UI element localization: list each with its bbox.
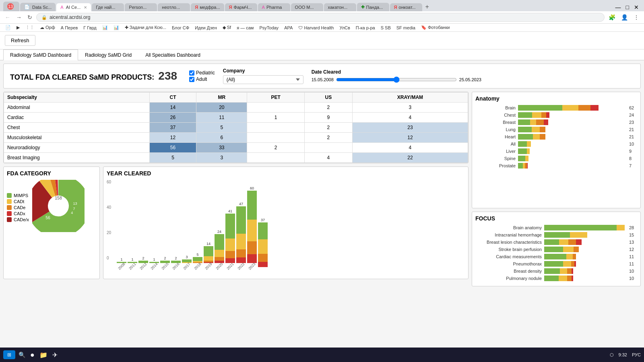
user-button[interactable]: 👤 (619, 13, 630, 21)
tab-close-icon[interactable]: ✕ (84, 5, 87, 10)
focus-bar-value: 15 (629, 232, 637, 237)
anatomy-bar-label: Spine (475, 156, 516, 161)
browser-tab-1[interactable]: 13 (3, 2, 19, 11)
forward-button[interactable]: → (14, 13, 23, 21)
bar-orange (541, 112, 546, 118)
bookmark-chart2[interactable]: 📊 (111, 25, 121, 31)
bookmarks-bar: 📄 ▶ ⋮⋮ ☁ Орф А Перев Г Гврд 📊 📊 ✚ Задачи… (0, 24, 644, 32)
new-tab-button[interactable]: + (423, 2, 431, 11)
bookmark-apps[interactable]: ⋮⋮ (23, 25, 36, 31)
bookmark-psy[interactable]: PsyToday (257, 25, 281, 31)
back-button[interactable]: ← (3, 13, 12, 21)
refresh-button[interactable]: Refresh (5, 35, 35, 46)
browser-tab-9[interactable]: A Pharma (258, 3, 290, 11)
browser-tab-8[interactable]: Я ФармЧ... (225, 3, 257, 11)
taskbar-search[interactable]: 🔍 (17, 350, 27, 360)
bar-orange (574, 247, 579, 252)
anatomy-bar-value: 10 (629, 142, 637, 146)
start-button[interactable]: ⊞ (3, 350, 15, 359)
anatomy-bar-row: Brain 62 (475, 105, 637, 111)
anatomy-bar-label: Prostate (475, 163, 516, 168)
browser-tab-12[interactable]: ✚ Панда... (357, 3, 389, 11)
year-bar-value: 14 (206, 242, 211, 246)
browser-tab-3[interactable]: A AI Ce... ✕ (56, 3, 91, 11)
year-bar-col: 37 (258, 218, 268, 268)
browser-tab-7[interactable]: Я медфра... (191, 3, 224, 11)
year-bar-value: 5 (196, 253, 198, 257)
year-bar-value: 2 (175, 256, 177, 260)
bar-yellow (532, 127, 540, 132)
bookmark-ulsv[interactable]: УлСв (337, 25, 352, 31)
bookmark-orf[interactable]: ☁ Орф (38, 25, 57, 31)
bookmark-gvrd[interactable]: Г Гврд (81, 25, 98, 31)
cell-subspecialty: Neuroradiology (4, 143, 150, 153)
bar-green (544, 261, 563, 267)
tab-all-specialties[interactable]: All Specialties Dashboard (138, 49, 207, 60)
bookmark-yt[interactable]: ▶ (14, 25, 22, 31)
cell-mr: 5 (196, 123, 247, 133)
browser-tab-4[interactable]: Где най... (92, 3, 124, 11)
bookmark-chart1[interactable]: 📊 (100, 25, 110, 31)
year-bar-label: 2012 (139, 262, 147, 270)
tab-radiology-dashboard[interactable]: Radiology SaMD Dashboard (3, 49, 78, 60)
anatomy-bar-row: Liver 9 (475, 148, 637, 154)
bar-yellow (527, 141, 531, 147)
reload-button[interactable]: ↻ (26, 13, 34, 21)
anatomy-bar-label: Breast (475, 120, 516, 125)
taskbar-chrome[interactable]: ● (29, 349, 36, 361)
year-bar-label: 2018 (193, 262, 202, 270)
minimize-button[interactable]: — (613, 3, 623, 11)
bar-yellow (559, 276, 567, 281)
bookmark-tasks[interactable]: ✚ Задачи для Ксю... (123, 25, 168, 31)
focus-panel: FOCUS Brain anatomy 28 Intracranial hemo… (472, 212, 641, 286)
browser-tab-2[interactable]: 📄 Data Sc... (20, 3, 56, 11)
bar-green (518, 105, 562, 111)
bar-orange (567, 276, 572, 281)
bar-yellow (532, 112, 541, 118)
cell-xray: 12 (352, 133, 468, 143)
dashboard: TOTAL FDA CLEARED SaMD PRODUCTS: 238 Ped… (0, 60, 644, 362)
bookmark-harvard[interactable]: 🛡 Harvard Health (296, 25, 336, 31)
bookmark-sf[interactable]: ◆ Sf (221, 25, 233, 31)
date-slider[interactable] (336, 76, 457, 83)
tab-radiology-grid[interactable]: Radiology SaMD Grid (78, 49, 138, 60)
maximize-button[interactable]: □ (624, 3, 631, 11)
bar-green (518, 163, 523, 169)
close-button[interactable]: ✕ (632, 3, 641, 11)
address-bar[interactable]: 🔒 aicentral.acrdsi.org (36, 13, 605, 22)
bar-orange (567, 268, 572, 274)
year-bar (215, 234, 224, 263)
year-title: YEAR CLEARED (107, 170, 465, 177)
bookmark-sb[interactable]: S SB (379, 25, 393, 31)
bookmark-ya-sam[interactable]: я — сам (235, 25, 256, 31)
browser-tab-10[interactable]: ООО М... (291, 3, 323, 11)
company-select[interactable]: (All) (223, 75, 303, 84)
bookmark-pdf[interactable]: 📄 (3, 25, 13, 31)
taskbar-telegram[interactable]: ✈ (51, 350, 59, 360)
anatomy-bar-container (518, 148, 627, 154)
extensions-button[interactable]: 🧩 (607, 13, 617, 21)
pediatric-checkbox[interactable]: Pediatric (189, 70, 215, 76)
browser-tab-5[interactable]: Person... (125, 3, 157, 11)
col-mr: MR (196, 93, 247, 103)
focus-title: FOCUS (475, 215, 637, 222)
bookmark-apa[interactable]: APA (282, 25, 295, 31)
bookmark-blog[interactable]: Блог СФ (170, 25, 191, 31)
bookmark-idei[interactable]: Идеи Дзен (193, 25, 219, 31)
focus-bar-label: Cardiac measurements (475, 254, 542, 259)
bookmark-apteka[interactable]: П-ка р-ра (354, 25, 377, 31)
focus-bars: Brain anatomy 28 Intracranial hemorrhage… (475, 225, 637, 281)
menu-button[interactable]: ⋮ (632, 13, 641, 21)
cell-subspecialty: Abdominal (4, 103, 150, 113)
browser-tab-6[interactable]: неотло... (158, 3, 190, 11)
main-content-area: Subspecialty CT MR PET US XRAY/MAM Abdom… (3, 92, 641, 286)
bookmark-fotob[interactable]: 🔖 Фотобанки (419, 25, 452, 31)
adult-checkbox[interactable]: Adult (189, 76, 215, 82)
bookmark-sfmedia[interactable]: SF media (394, 25, 417, 31)
bookmark-perev[interactable]: А Перев (59, 25, 80, 31)
bar-orange (536, 119, 544, 125)
browser-tab-11[interactable]: хакатон... (324, 3, 356, 11)
focus-bar-row: Pneumothorax 11 (475, 261, 637, 267)
taskbar-files[interactable]: 📁 (38, 350, 49, 360)
browser-tab-13[interactable]: Я онкоат... (390, 3, 422, 11)
